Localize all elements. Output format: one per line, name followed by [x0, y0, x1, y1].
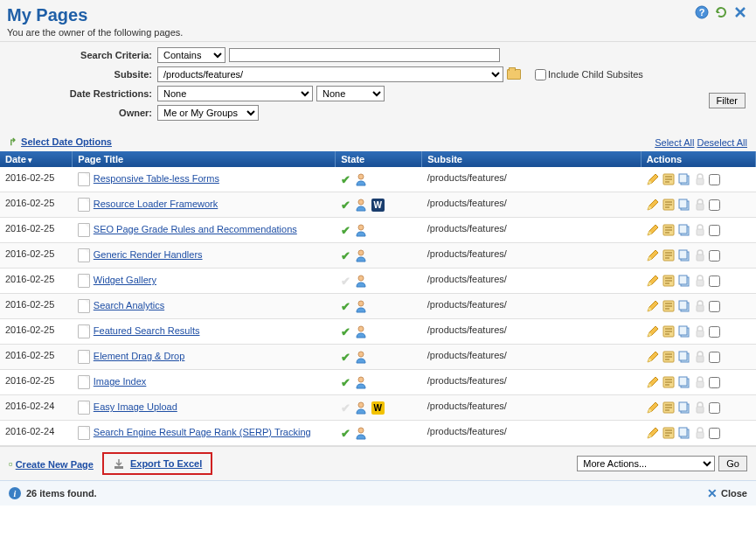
deselect-all-link[interactable]: Deselect All — [697, 137, 747, 148]
include-child-checkbox[interactable] — [535, 69, 546, 80]
copy-icon[interactable] — [677, 223, 691, 237]
help-icon[interactable]: ? — [695, 5, 709, 19]
copy-icon[interactable] — [677, 324, 691, 338]
filter-button[interactable]: Filter — [709, 93, 746, 108]
person-icon — [354, 375, 368, 389]
lock-icon[interactable] — [693, 324, 707, 338]
refresh-icon[interactable] — [714, 5, 728, 19]
date-restriction-select-2[interactable]: None — [316, 86, 385, 101]
edit-icon[interactable] — [646, 299, 660, 313]
row-checkbox[interactable] — [709, 276, 720, 287]
properties-icon[interactable] — [662, 274, 676, 288]
lock-icon[interactable] — [693, 248, 707, 262]
copy-icon[interactable] — [677, 172, 691, 186]
go-button[interactable]: Go — [718, 456, 747, 471]
col-date-header[interactable]: Date▾ — [0, 151, 73, 167]
page-title-link[interactable]: Responsive Table-less Forms — [94, 173, 219, 184]
lock-icon[interactable] — [693, 426, 707, 440]
date-restriction-select-1[interactable]: None — [157, 86, 313, 101]
lock-icon[interactable] — [693, 375, 707, 389]
properties-icon[interactable] — [662, 375, 676, 389]
select-all-link[interactable]: Select All — [655, 137, 694, 148]
copy-icon[interactable] — [677, 375, 691, 389]
create-new-page-link[interactable]: Create New Page — [16, 459, 94, 470]
subsite-select[interactable]: /products/features/ — [157, 66, 503, 82]
properties-icon[interactable] — [662, 401, 676, 415]
edit-icon[interactable] — [646, 198, 660, 212]
export-to-excel-link[interactable]: Export To Excel — [130, 458, 202, 469]
include-child-wrap[interactable]: Include Child Subsites — [535, 69, 643, 80]
edit-icon[interactable] — [646, 172, 660, 186]
properties-icon[interactable] — [662, 350, 676, 364]
row-checkbox[interactable] — [709, 326, 720, 338]
lock-icon[interactable] — [693, 274, 707, 288]
copy-icon[interactable] — [677, 198, 691, 212]
page-title-link[interactable]: Featured Search Results — [94, 325, 200, 336]
copy-icon[interactable] — [677, 350, 691, 364]
page-title-link[interactable]: Search Analytics — [94, 300, 164, 310]
row-checkbox[interactable] — [709, 225, 720, 236]
col-title-header[interactable]: Page Title — [73, 151, 336, 167]
edit-icon[interactable] — [646, 324, 660, 338]
row-checkbox[interactable] — [709, 199, 720, 211]
edit-icon[interactable] — [646, 274, 660, 288]
edit-icon[interactable] — [646, 350, 660, 364]
copy-icon[interactable] — [677, 274, 691, 288]
svg-rect-31 — [697, 305, 704, 311]
properties-icon[interactable] — [662, 299, 676, 313]
properties-icon[interactable] — [662, 426, 676, 440]
person-icon — [354, 248, 368, 262]
row-checkbox[interactable] — [709, 250, 720, 262]
lock-icon[interactable] — [693, 299, 707, 313]
lock-icon[interactable] — [693, 198, 707, 212]
properties-icon[interactable] — [662, 324, 676, 338]
new-page-icon: ▫ — [9, 457, 13, 471]
search-criteria-select[interactable]: Contains — [157, 47, 225, 63]
close-button[interactable]: ✕ Close — [707, 486, 747, 500]
page-title-link[interactable]: Search Engine Result Page Rank (SERP) Tr… — [94, 427, 311, 437]
copy-icon[interactable] — [677, 401, 691, 415]
row-checkbox[interactable] — [709, 301, 720, 312]
properties-icon[interactable] — [662, 172, 676, 186]
col-subsite-header[interactable]: Subsite — [422, 151, 641, 167]
page-title-link[interactable]: Element Drag & Drop — [94, 351, 185, 361]
page-title-link[interactable]: Image Index — [94, 376, 147, 387]
page-title-link[interactable]: SEO Page Grade Rules and Recommendations — [94, 224, 297, 234]
properties-icon[interactable] — [662, 198, 676, 212]
row-checkbox[interactable] — [709, 174, 720, 185]
page-title-link[interactable]: Resource Loader Framework — [94, 199, 218, 209]
create-new-page-wrap[interactable]: ▫ Create New Page — [9, 457, 94, 471]
items-found-text: 26 items found. — [26, 488, 97, 499]
lock-icon[interactable] — [693, 223, 707, 237]
lock-icon[interactable] — [693, 401, 707, 415]
close-icon[interactable] — [733, 5, 747, 19]
col-actions-header[interactable]: Actions — [641, 151, 755, 167]
edit-icon[interactable] — [646, 375, 660, 389]
edit-icon[interactable] — [646, 248, 660, 262]
lock-icon[interactable] — [693, 172, 707, 186]
page-title-link[interactable]: Generic Render Handlers — [94, 249, 203, 260]
edit-icon[interactable] — [646, 401, 660, 415]
copy-icon[interactable] — [677, 299, 691, 313]
edit-icon[interactable] — [646, 426, 660, 440]
row-checkbox[interactable] — [709, 352, 720, 363]
edit-icon[interactable] — [646, 223, 660, 237]
col-state-header[interactable]: State — [336, 151, 422, 167]
properties-icon[interactable] — [662, 248, 676, 262]
page-title-link[interactable]: Easy Image Upload — [94, 401, 177, 412]
more-actions-select[interactable]: More Actions... — [577, 456, 715, 471]
page-title-link[interactable]: Widget Gallery — [94, 275, 156, 285]
copy-icon[interactable] — [677, 248, 691, 262]
row-checkbox[interactable] — [709, 428, 720, 439]
search-criteria-input[interactable] — [229, 48, 500, 62]
row-checkbox[interactable] — [709, 402, 720, 414]
properties-icon[interactable] — [662, 223, 676, 237]
select-date-options-link[interactable]: Select Date Options — [21, 136, 112, 147]
cell-actions — [641, 192, 755, 218]
svg-rect-35 — [679, 326, 687, 335]
row-checkbox[interactable] — [709, 377, 720, 388]
lock-icon[interactable] — [693, 350, 707, 364]
copy-icon[interactable] — [677, 426, 691, 440]
folder-icon[interactable] — [507, 69, 521, 80]
owner-select[interactable]: Me or My Groups — [157, 105, 259, 121]
